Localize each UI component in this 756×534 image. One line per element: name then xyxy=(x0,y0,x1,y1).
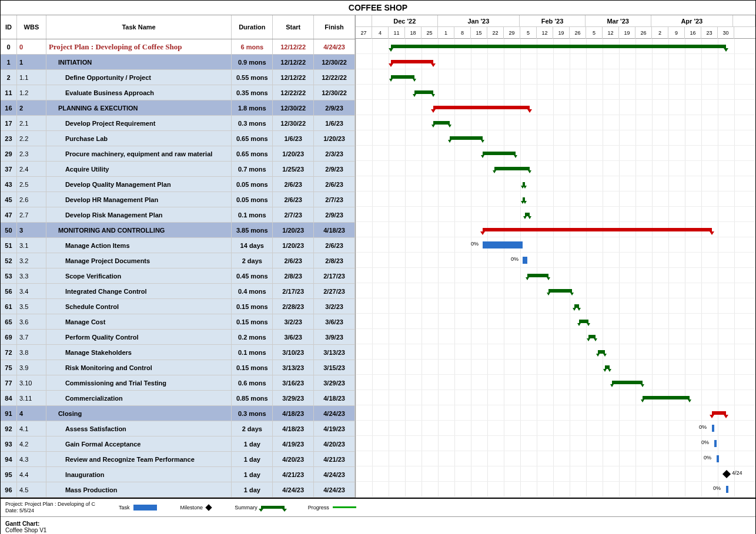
col-header-start[interactable]: Start xyxy=(273,15,314,39)
gantt-bar[interactable] xyxy=(712,411,726,415)
table-row[interactable]: 21.1Define Opportunity / Project0.55 mon… xyxy=(1,70,355,85)
gantt-row[interactable]: 0% xyxy=(356,237,755,253)
gantt-row[interactable] xyxy=(356,314,755,329)
gantt-row[interactable] xyxy=(356,375,755,390)
gantt-row[interactable]: 0% xyxy=(356,253,755,268)
col-header-wbs[interactable]: WBS xyxy=(17,15,46,39)
gantt-bar[interactable] xyxy=(414,90,433,94)
gantt-row[interactable] xyxy=(356,130,755,146)
cell-id: 0 xyxy=(1,39,17,54)
gantt-bar[interactable] xyxy=(391,45,726,48)
cell-dur: 1 day xyxy=(232,482,273,497)
gantt-row[interactable] xyxy=(356,176,755,192)
table-row[interactable]: 693.7Perform Quality Control0.2 mons3/6/… xyxy=(1,330,355,345)
gantt-row[interactable]: 0% xyxy=(356,482,755,497)
table-row[interactable]: 843.11Commercialization0.85 mons3/29/234… xyxy=(1,391,355,406)
gantt-bar[interactable] xyxy=(523,257,527,264)
gantt-bar[interactable] xyxy=(483,241,523,248)
gantt-bar[interactable] xyxy=(433,121,450,125)
col-header-finish[interactable]: Finish xyxy=(314,15,355,39)
table-row[interactable]: 954.4Inauguration1 day4/21/234/24/23 xyxy=(1,467,355,482)
gantt-bar[interactable] xyxy=(598,350,605,354)
table-row[interactable]: 914Closing0.3 mons4/18/234/24/23 xyxy=(1,406,355,421)
gantt-row[interactable] xyxy=(356,222,755,237)
gantt-row[interactable] xyxy=(356,360,755,375)
gantt-row[interactable]: 0% xyxy=(356,451,755,466)
gantt-row[interactable] xyxy=(356,298,755,314)
cell-dur: 1 day xyxy=(232,467,273,482)
gantt-bar[interactable] xyxy=(605,365,610,369)
table-row[interactable]: 563.4Integrated Change Control0.4 mons2/… xyxy=(1,284,355,299)
gantt-bar[interactable] xyxy=(450,136,483,140)
table-row[interactable]: 111.2Evaluate Business Approach0.35 mons… xyxy=(1,85,355,100)
gantt-bar[interactable] xyxy=(588,335,596,338)
gantt-row[interactable] xyxy=(356,329,755,344)
gantt-row[interactable] xyxy=(356,146,755,161)
table-row[interactable]: 232.2Purchase Lab0.65 mons1/6/231/20/23 xyxy=(1,131,355,146)
gantt-bar[interactable] xyxy=(523,197,525,201)
table-row[interactable]: 723.8Manage Stakeholders0.1 mons3/10/233… xyxy=(1,345,355,360)
cell-finish: 4/20/23 xyxy=(314,436,355,451)
gantt-bar[interactable] xyxy=(574,304,579,308)
gantt-row[interactable] xyxy=(356,54,755,69)
gantt-bar[interactable] xyxy=(643,396,690,399)
table-row[interactable]: 964.5Mass Production1 day4/24/234/24/23 xyxy=(1,482,355,498)
gantt-row[interactable] xyxy=(356,405,755,421)
gantt-bar[interactable] xyxy=(612,381,643,384)
gantt-bar[interactable] xyxy=(717,455,719,462)
table-row[interactable]: 372.4Acquire Utility0.7 mons1/25/232/9/2… xyxy=(1,162,355,177)
table-row[interactable]: 934.2Gain Formal Acceptance1 day4/19/234… xyxy=(1,436,355,452)
table-row[interactable]: 513.1Manage Action Items14 days1/20/232/… xyxy=(1,238,355,253)
gantt-row[interactable] xyxy=(356,161,755,176)
col-header-duration[interactable]: Duration xyxy=(232,15,273,39)
gantt-bar[interactable] xyxy=(714,440,717,447)
gantt-bar[interactable] xyxy=(527,274,548,277)
gantt-row[interactable] xyxy=(356,69,755,85)
gantt-bar[interactable] xyxy=(433,106,530,109)
gantt-bar[interactable] xyxy=(483,228,712,231)
gantt-row[interactable]: 0% xyxy=(356,421,755,436)
table-row[interactable]: 11INITIATION0.9 mons12/12/2212/30/22 xyxy=(1,55,355,70)
gantt-row[interactable] xyxy=(356,268,755,283)
gantt-row[interactable] xyxy=(356,115,755,130)
gantt-row[interactable] xyxy=(356,283,755,298)
milestone-marker[interactable] xyxy=(722,470,731,478)
table-row[interactable]: 523.2Manage Project Documents2 days2/6/2… xyxy=(1,253,355,268)
table-row[interactable]: 472.7Develop Risk Management Plan0.1 mon… xyxy=(1,207,355,223)
table-row[interactable]: 653.6Manage Cost0.15 mons3/2/233/6/23 xyxy=(1,314,355,330)
col-header-name[interactable]: Task Name xyxy=(46,15,232,39)
table-row[interactable]: 773.10Commissioning and Trial Testing0.6… xyxy=(1,375,355,391)
gantt-bar[interactable] xyxy=(391,60,433,63)
col-header-id[interactable]: ID xyxy=(1,15,17,39)
gantt-bar[interactable] xyxy=(494,167,530,170)
gantt-row[interactable] xyxy=(356,390,755,405)
gantt-bar[interactable] xyxy=(726,486,728,493)
gantt-row[interactable] xyxy=(356,192,755,207)
gantt-bar[interactable] xyxy=(548,289,572,293)
table-row[interactable]: 432.5Develop Quality Management Plan0.05… xyxy=(1,177,355,192)
gantt-bar[interactable] xyxy=(483,152,516,155)
gantt-bar[interactable] xyxy=(391,75,414,79)
gantt-bar[interactable] xyxy=(523,182,525,186)
table-row[interactable]: 292.3Procure machinery, equipment and ra… xyxy=(1,146,355,162)
table-row[interactable]: 00Project Plan : Developing of Coffee Sh… xyxy=(1,39,355,55)
table-row[interactable]: 924.1Assess Satisfaction2 days4/18/234/1… xyxy=(1,421,355,436)
table-row[interactable]: 533.3Scope Verification0.45 mons2/8/232/… xyxy=(1,268,355,284)
table-row[interactable]: 452.6Develop HR Management Plan0.05 mons… xyxy=(1,192,355,207)
table-row[interactable]: 162PLANNING & EXECUTION1.8 mons12/30/222… xyxy=(1,100,355,116)
gantt-bar[interactable] xyxy=(579,320,588,323)
table-row[interactable]: 172.1Develop Project Requirement0.3 mons… xyxy=(1,116,355,131)
table-row[interactable]: 753.9Risk Monitoring and Control0.15 mon… xyxy=(1,360,355,375)
gantt-bar[interactable] xyxy=(712,425,714,432)
gantt-bar[interactable] xyxy=(525,213,530,216)
gantt-row[interactable]: 0% xyxy=(356,436,755,451)
table-row[interactable]: 944.3Review and Recognize Team Performan… xyxy=(1,452,355,467)
table-row[interactable]: 503MONITORING AND CONTROLLING3.85 mons1/… xyxy=(1,223,355,238)
gantt-row[interactable] xyxy=(356,344,755,360)
table-row[interactable]: 613.5Schedule Control0.15 mons2/28/233/2… xyxy=(1,299,355,314)
gantt-row[interactable] xyxy=(356,100,755,115)
gantt-row[interactable] xyxy=(356,39,755,54)
gantt-row[interactable] xyxy=(356,207,755,222)
gantt-row[interactable]: 4/24 xyxy=(356,466,755,482)
gantt-row[interactable] xyxy=(356,85,755,100)
